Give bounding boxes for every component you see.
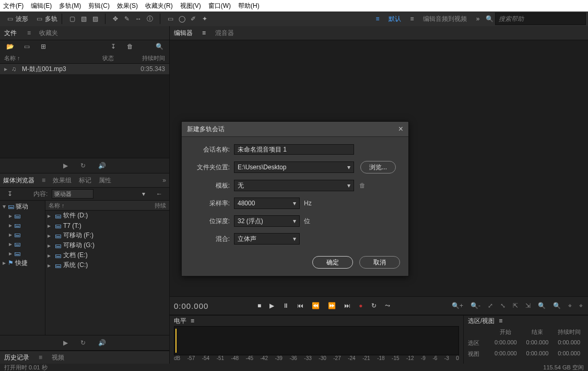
workspace-audiovideo[interactable]: 编辑音频到视频: [418, 15, 472, 24]
expand-icon[interactable]: ▸: [4, 65, 9, 73]
folder-dropdown[interactable]: E:\Users\Desktop: [234, 161, 354, 173]
zoom-out-icon[interactable]: 🔍-: [471, 302, 480, 309]
mini-autoplay-icon[interactable]: 🔊: [98, 339, 106, 346]
zoom-out-t-icon[interactable]: 🔍: [553, 302, 561, 309]
insert-icon[interactable]: ↧: [109, 42, 118, 51]
import-icon[interactable]: ↧: [5, 189, 15, 199]
zoom-full-icon[interactable]: ⤢: [488, 302, 493, 309]
levels-menu-icon[interactable]: ≡: [191, 317, 194, 324]
mixer-tab[interactable]: 混音器: [215, 29, 234, 38]
history-tab[interactable]: 历史记录: [4, 353, 29, 362]
delete-template-icon[interactable]: 🗑: [359, 182, 366, 189]
menu-view[interactable]: 视图(V): [180, 2, 201, 10]
zoom-in-v-icon[interactable]: ⇱: [513, 302, 518, 309]
mini-loop-icon[interactable]: ↻: [80, 162, 86, 169]
chevron-down-icon[interactable]: ▾: [139, 189, 148, 199]
zoom-icon[interactable]: ⌖: [568, 302, 572, 309]
menu-favorites[interactable]: 收藏夹(R): [145, 2, 173, 10]
menu-effects[interactable]: 效果(S): [117, 2, 138, 10]
new-multitrack-icon[interactable]: ⊞: [39, 42, 48, 51]
forward-icon[interactable]: ⏩: [328, 302, 336, 309]
tool-spectral-icon[interactable]: ▧: [79, 14, 88, 24]
sel-end[interactable]: 0:00.000: [523, 339, 552, 347]
waveform-view-icon[interactable]: ▭: [5, 14, 15, 24]
menu-help[interactable]: 帮助(H): [238, 2, 260, 10]
multitrack-view-icon[interactable]: ▭: [34, 14, 44, 24]
mix-dropdown[interactable]: 立体声: [234, 233, 300, 245]
record-icon[interactable]: ●: [359, 302, 362, 309]
selview-menu-icon[interactable]: ≡: [499, 317, 502, 324]
content-dropdown[interactable]: 驱动器: [52, 189, 93, 199]
samplerate-dropdown[interactable]: 48000: [234, 198, 300, 209]
mini-play-icon[interactable]: ▶: [63, 339, 68, 346]
multitrack-view-label[interactable]: 多轨: [45, 15, 57, 24]
tree-row-drive[interactable]: ▸🖴: [0, 221, 45, 230]
go-end-icon[interactable]: ⏭: [344, 302, 350, 309]
list-item[interactable]: ▸🖴T7 (T:): [45, 221, 169, 230]
tree-row-shortcuts[interactable]: ▸⚑快捷: [0, 258, 45, 268]
bitdepth-dropdown[interactable]: 32 (浮点): [234, 215, 300, 227]
rewind-icon[interactable]: ⏪: [312, 302, 320, 309]
tool-hud-icon[interactable]: ▢: [67, 14, 77, 24]
tree-row-drives[interactable]: ▾🖴驱动: [0, 202, 45, 211]
zoom-in-t-icon[interactable]: 🔍: [538, 302, 546, 309]
browser-tab-props[interactable]: 属性: [99, 176, 111, 185]
sel-start[interactable]: 0:00.000: [491, 339, 521, 347]
tool-marquee-icon[interactable]: ▭: [166, 14, 175, 24]
tool-time-icon[interactable]: Ⓘ: [145, 14, 155, 24]
help-search-input[interactable]: [495, 13, 586, 25]
video-tab[interactable]: 视频: [52, 353, 64, 362]
browser-tab-markers[interactable]: 标记: [79, 176, 91, 185]
menu-window[interactable]: 窗口(W): [208, 2, 231, 10]
tool-slip-icon[interactable]: ↔: [134, 14, 143, 24]
workspace-default[interactable]: 默认: [383, 15, 406, 24]
favorites-tab[interactable]: 收藏夹: [39, 29, 58, 38]
list-col-duration[interactable]: 持续: [155, 202, 166, 210]
zoom-sel-icon[interactable]: ⤡: [500, 302, 505, 309]
history-tab-menu-icon[interactable]: ≡: [39, 354, 42, 361]
list-item[interactable]: ▸🖴软件 (D:): [45, 211, 169, 221]
tree-row-drive[interactable]: ▸🖴: [0, 239, 45, 249]
dialog-titlebar[interactable]: 新建多轨会话 ×: [182, 122, 408, 137]
menu-multitrack[interactable]: 多轨(M): [59, 2, 81, 10]
skip-icon[interactable]: ⤳: [385, 302, 390, 309]
timecode-display[interactable]: 0:00.000: [170, 302, 237, 310]
menu-file[interactable]: 文件(F): [3, 2, 23, 10]
list-col-name[interactable]: 名称 ↑: [49, 202, 155, 210]
loop-icon[interactable]: ↻: [371, 302, 377, 309]
stop-icon[interactable]: ■: [257, 302, 261, 309]
template-dropdown[interactable]: 无: [234, 180, 354, 191]
search-files-icon[interactable]: 🔍: [155, 42, 164, 51]
col-name[interactable]: 名称 ↑: [4, 54, 83, 62]
session-name-input[interactable]: [234, 144, 354, 155]
tree-row-drive[interactable]: ▸🖴: [0, 230, 45, 239]
go-start-icon[interactable]: ⏮: [297, 302, 303, 309]
files-tab-menu-icon[interactable]: ≡: [27, 29, 31, 37]
editor-tab-menu-icon[interactable]: ≡: [202, 29, 206, 37]
browser-tab-menu-icon[interactable]: ≡: [42, 177, 45, 184]
cancel-button[interactable]: 取消: [359, 256, 400, 269]
view-start[interactable]: 0:00.000: [491, 350, 521, 358]
tree-row-drive[interactable]: ▸🖴: [0, 211, 45, 221]
browser-tab-effects[interactable]: 效果组: [53, 176, 72, 185]
open-file-icon[interactable]: 📂: [5, 42, 15, 51]
tool-pitch-icon[interactable]: ▨: [90, 14, 100, 24]
ok-button[interactable]: 确定: [312, 256, 353, 269]
list-item[interactable]: ▸🖴系统 (C:): [45, 260, 169, 270]
tool-lasso-icon[interactable]: ◯: [177, 14, 186, 24]
sel-dur[interactable]: 0:00.000: [554, 339, 584, 347]
browse-button[interactable]: 浏览...: [360, 161, 396, 173]
menu-clip[interactable]: 剪辑(C): [88, 2, 110, 10]
mini-loop-icon[interactable]: ↻: [80, 339, 86, 346]
tool-spot-icon[interactable]: ✦: [200, 14, 209, 24]
file-row[interactable]: ▸ ♫ M-鼓点001.mp3 0:35.343: [0, 64, 169, 74]
trash-icon[interactable]: 🗑: [125, 42, 135, 51]
col-status[interactable]: 状态: [83, 54, 116, 62]
mini-autoplay-icon[interactable]: 🔊: [98, 162, 106, 169]
waveform-view-label[interactable]: 波形: [16, 15, 28, 24]
tool-razor-icon[interactable]: ✎: [122, 14, 132, 24]
new-file-icon[interactable]: ▭: [22, 42, 31, 51]
menu-edit[interactable]: 编辑(E): [31, 2, 52, 10]
list-item[interactable]: ▸🖴可移动 (F:): [45, 230, 169, 240]
workspace-overflow-icon[interactable]: »: [473, 14, 483, 24]
